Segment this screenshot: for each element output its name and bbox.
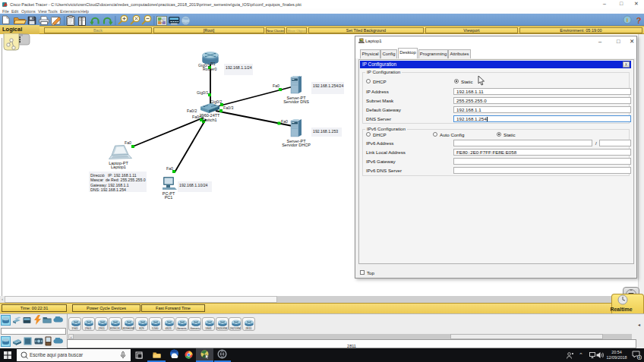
svg-text:i: i [627,17,628,24]
svg-text:?: ? [636,16,642,25]
svg-text:4: 4 [639,355,641,360]
